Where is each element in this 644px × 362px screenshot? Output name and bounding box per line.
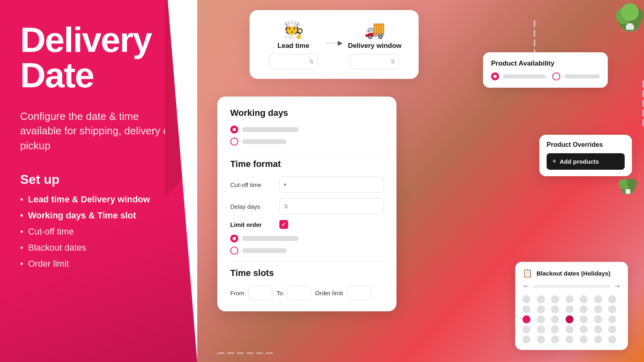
cal-dot <box>551 305 559 313</box>
limit-order-option-2[interactable] <box>230 247 384 255</box>
plant-decoration-bottom <box>616 168 640 194</box>
limit-order-bar-2 <box>242 248 287 253</box>
svg-rect-11 <box>625 189 630 194</box>
cal-dot <box>594 295 602 303</box>
pa-radio-empty[interactable] <box>552 72 560 80</box>
cal-dot <box>522 325 530 333</box>
working-days-bar-2 <box>242 139 287 144</box>
cal-dot <box>594 315 602 323</box>
cal-dot <box>566 335 574 343</box>
cal-dot <box>522 335 530 343</box>
delay-days-label: Delay days <box>230 203 275 210</box>
working-days-bar-1 <box>242 127 299 132</box>
cal-dot <box>580 315 588 323</box>
cal-dot <box>580 335 588 343</box>
cal-dot <box>566 295 574 303</box>
setup-item-4: Blackout dates <box>20 243 177 253</box>
cal-dot-selected[interactable] <box>566 315 574 323</box>
working-days-option-2[interactable] <box>230 138 384 146</box>
working-days-card: Working days Time format Cut-off time De… <box>217 97 396 311</box>
product-availability-card: Product Availability <box>483 52 608 88</box>
time-format-title: Time format <box>230 159 384 169</box>
limit-order-row: Limit order ✓ <box>230 220 384 229</box>
from-label: From <box>230 290 244 296</box>
divider-2 <box>230 262 384 262</box>
limit-radio-filled-icon[interactable] <box>230 234 238 243</box>
setup-title: Set up <box>20 172 177 187</box>
month-bar <box>533 285 610 288</box>
cal-dot <box>537 295 545 303</box>
arrow-divider: ▶ <box>326 20 342 47</box>
time-slots-title: Time slots <box>230 268 384 278</box>
add-products-button[interactable]: + Add products <box>547 153 625 170</box>
blackout-nav: ← → <box>522 282 621 290</box>
delivery-window-label: Delivery window <box>348 42 401 50</box>
lead-time-input[interactable]: ⇅ <box>269 54 318 69</box>
blackout-calendar-grid <box>522 295 621 343</box>
delay-days-input[interactable] <box>279 198 384 214</box>
delay-days-row: Delay days <box>230 198 384 214</box>
cal-dot <box>608 295 616 303</box>
setup-list: Lead time & Delivery window Working days… <box>20 194 177 275</box>
time-slots-row: From To Order limit <box>230 286 384 300</box>
cal-dot <box>537 325 545 333</box>
radio-empty-icon[interactable] <box>230 138 238 146</box>
subtitle: Configure the date & time available for … <box>20 109 177 153</box>
cal-dot <box>522 305 530 313</box>
product-availability-row <box>491 72 600 80</box>
cal-dot <box>580 325 588 333</box>
limit-order-checkbox[interactable]: ✓ <box>279 220 288 229</box>
right-area: 🧑‍🍳 Lead time ⇅ ▶ 🚚 Delivery window ⇅ <box>197 0 644 362</box>
cal-dot <box>537 305 545 313</box>
cal-dot <box>537 335 545 343</box>
pa-bar-1 <box>503 74 546 78</box>
decorative-dashes-2 <box>642 80 644 126</box>
cal-dot <box>608 315 616 323</box>
svg-point-4 <box>621 3 639 21</box>
setup-item-3: Cut-off time <box>20 226 177 237</box>
setup-item-1: Lead time & Delivery window <box>20 194 177 205</box>
limit-radio-empty-icon[interactable] <box>230 247 238 255</box>
cal-dot <box>551 315 559 323</box>
cal-dot <box>608 305 616 313</box>
cal-dot <box>594 305 602 313</box>
calendar-icon: 📋 <box>522 268 533 278</box>
working-days-title: Working days <box>230 108 384 118</box>
delivery-window-column: 🚚 Delivery window ⇅ <box>342 20 407 69</box>
blackout-header: 📋 Blackout dates (Holidays) <box>522 268 621 278</box>
order-limit-label: Order limit <box>315 290 343 296</box>
order-limit-input[interactable] <box>347 286 371 300</box>
cal-dot-selected[interactable] <box>522 315 530 323</box>
svg-rect-6 <box>626 25 634 30</box>
main-title: Delivery Date <box>20 22 177 93</box>
nav-prev-button[interactable]: ← <box>522 282 530 290</box>
blackout-dates-card: 📋 Blackout dates (Holidays) ← → <box>515 262 628 350</box>
to-input[interactable] <box>287 286 311 300</box>
lead-time-label: Lead time <box>277 42 309 50</box>
cal-dot <box>537 315 545 323</box>
working-days-option-1[interactable] <box>230 125 384 134</box>
cal-dot <box>551 295 559 303</box>
product-overrides-title: Product Overrides <box>547 141 625 148</box>
leadtime-card: 🧑‍🍳 Lead time ⇅ ▶ 🚚 Delivery window ⇅ <box>250 10 419 79</box>
delivery-window-input[interactable]: ⇅ <box>351 54 399 69</box>
cut-off-label: Cut-off time <box>230 181 275 188</box>
cal-dot <box>566 305 574 313</box>
setup-item-2: Working days & Time slot <box>20 210 177 221</box>
add-products-label: Add products <box>560 158 599 165</box>
cal-dot <box>522 295 530 303</box>
cut-off-input[interactable] <box>279 177 384 193</box>
leadtime-column: 🧑‍🍳 Lead time ⇅ <box>261 20 326 69</box>
limit-order-option-1[interactable] <box>230 234 384 243</box>
limit-order-radio-group <box>230 234 384 255</box>
pa-radio-filled[interactable] <box>491 72 499 80</box>
cal-dot <box>551 325 559 333</box>
divider-1 <box>230 153 384 153</box>
nav-next-button[interactable]: → <box>613 282 621 290</box>
cal-dot <box>594 325 602 333</box>
limit-order-label: Limit order <box>230 221 275 228</box>
cal-dot <box>580 295 588 303</box>
from-input[interactable] <box>248 286 272 300</box>
radio-filled-icon[interactable] <box>230 125 238 134</box>
delivery-icon: 🚚 <box>364 20 385 39</box>
